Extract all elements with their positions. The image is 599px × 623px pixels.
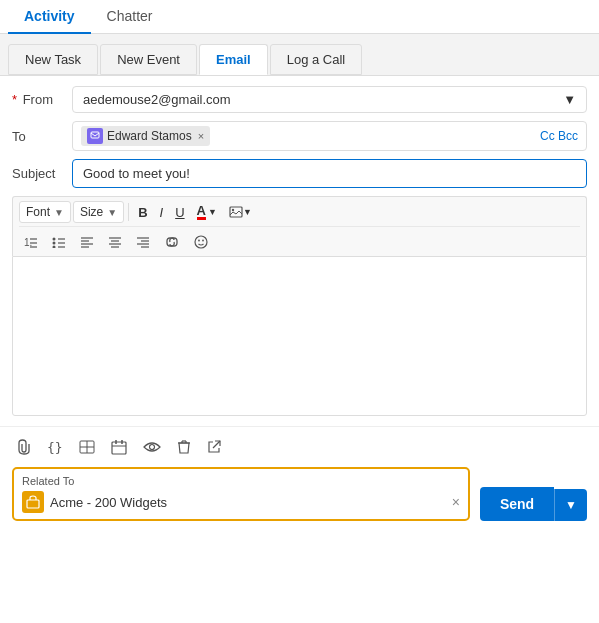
toolbar-row-1: Font ▼ Size ▼ B I U A ▼	[19, 201, 580, 227]
font-color-dropdown-arrow: ▼	[208, 207, 217, 217]
recipient-name: Edward Stamos	[107, 129, 192, 143]
from-label: * From	[12, 92, 72, 107]
from-field: aedemouse2@gmail.com ▼	[72, 86, 587, 113]
send-button[interactable]: Send	[480, 487, 554, 521]
svg-point-25	[195, 236, 207, 248]
subject-input[interactable]	[72, 159, 587, 188]
related-to-label: Related To	[22, 475, 460, 487]
related-to-icon	[22, 491, 44, 513]
brackets-icon: {}	[47, 440, 63, 454]
recipient-remove-btn[interactable]: ×	[198, 130, 204, 142]
top-tabs: Activity Chatter	[0, 0, 599, 34]
size-select-arrow: ▼	[107, 207, 117, 218]
attach-file-button[interactable]	[12, 435, 36, 459]
editor-body[interactable]	[12, 256, 587, 416]
svg-text:{}: {}	[47, 440, 63, 454]
font-color-button[interactable]: A ▼	[192, 201, 222, 223]
recipient-icon	[87, 128, 103, 144]
account-icon	[26, 495, 40, 509]
related-to-value: Acme - 200 Widgets	[50, 495, 444, 510]
from-row: * From aedemouse2@gmail.com ▼	[12, 86, 587, 113]
italic-button[interactable]: I	[155, 202, 169, 223]
tab-new-task[interactable]: New Task	[8, 44, 98, 75]
align-center-button[interactable]	[103, 233, 127, 251]
sub-tabs: New Task New Event Email Log a Call	[0, 34, 599, 76]
font-select-arrow: ▼	[54, 207, 64, 218]
svg-point-26	[198, 240, 200, 242]
email-form: * From aedemouse2@gmail.com ▼ To Edward …	[0, 76, 599, 426]
ordered-list-icon: 1.	[24, 236, 38, 248]
size-select-label: Size	[80, 205, 103, 219]
merge-icon	[79, 440, 95, 454]
image-button[interactable]: ▼	[224, 203, 257, 221]
font-select[interactable]: Font ▼	[19, 201, 71, 223]
related-to-container: Related To Acme - 200 Widgets ×	[12, 467, 470, 521]
subject-row: Subject	[12, 159, 587, 188]
template-button[interactable]: {}	[42, 436, 68, 458]
send-button-group: Send ▼	[480, 487, 587, 521]
size-select[interactable]: Size ▼	[73, 201, 124, 223]
unordered-list-icon	[52, 236, 66, 248]
required-indicator: *	[12, 92, 21, 107]
svg-point-2	[232, 209, 234, 211]
calendar-button[interactable]	[106, 435, 132, 459]
align-right-button[interactable]	[131, 233, 155, 251]
to-label: To	[12, 129, 72, 144]
trash-icon	[177, 439, 191, 455]
tab-log-call[interactable]: Log a Call	[270, 44, 363, 75]
calendar-icon	[111, 439, 127, 455]
svg-point-9	[53, 246, 56, 249]
align-left-button[interactable]	[75, 233, 99, 251]
align-right-icon	[136, 236, 150, 248]
send-dropdown-button[interactable]: ▼	[554, 489, 587, 521]
svg-point-27	[202, 240, 204, 242]
ordered-list-button[interactable]: 1.	[19, 233, 43, 251]
bottom-row: Related To Acme - 200 Widgets × Send ▼	[0, 467, 599, 533]
paperclip-icon	[17, 439, 31, 455]
external-link-icon	[207, 440, 221, 454]
external-link-button[interactable]	[202, 436, 226, 458]
subject-label: Subject	[12, 166, 72, 181]
bottom-actions: {}	[0, 426, 599, 467]
from-value: aedemouse2@gmail.com	[83, 92, 231, 107]
to-field[interactable]: Edward Stamos × Cc Bcc	[72, 121, 587, 151]
emoticon-button[interactable]	[189, 232, 213, 252]
svg-rect-32	[112, 442, 126, 454]
tab-chatter[interactable]: Chatter	[91, 0, 169, 34]
send-dropdown-arrow-icon: ▼	[565, 498, 577, 512]
svg-point-8	[53, 242, 56, 245]
related-to-input-row: Acme - 200 Widgets ×	[22, 491, 460, 513]
image-btn-arrow: ▼	[243, 207, 252, 217]
delete-button[interactable]	[172, 435, 196, 459]
tab-new-event[interactable]: New Event	[100, 44, 197, 75]
svg-point-36	[150, 445, 155, 450]
related-to-clear-btn[interactable]: ×	[452, 494, 460, 510]
toolbar-sep-1	[128, 203, 129, 221]
merge-fields-button[interactable]	[74, 436, 100, 458]
tab-email[interactable]: Email	[199, 44, 268, 75]
svg-line-41	[213, 441, 220, 448]
align-center-icon	[108, 236, 122, 248]
tab-activity[interactable]: Activity	[8, 0, 91, 34]
related-to-wrapper: Related To Acme - 200 Widgets ×	[12, 467, 470, 521]
dropdown-arrow-icon: ▼	[563, 92, 576, 107]
from-dropdown[interactable]: aedemouse2@gmail.com ▼	[72, 86, 587, 113]
font-select-label: Font	[26, 205, 50, 219]
emoticon-icon	[194, 235, 208, 249]
link-icon	[164, 236, 180, 248]
svg-rect-0	[91, 132, 99, 138]
bold-button[interactable]: B	[133, 202, 152, 223]
font-color-label: A	[197, 204, 206, 220]
cc-bcc-link[interactable]: Cc Bcc	[532, 129, 578, 143]
link-button[interactable]	[159, 233, 185, 251]
underline-button[interactable]: U	[170, 202, 189, 223]
eye-icon	[143, 441, 161, 453]
toolbar-row-2: 1.	[19, 229, 213, 252]
unordered-list-button[interactable]	[47, 233, 71, 251]
to-row: To Edward Stamos × Cc Bcc	[12, 121, 587, 151]
align-left-icon	[80, 236, 94, 248]
recipient-tag: Edward Stamos ×	[81, 126, 210, 146]
preview-button[interactable]	[138, 437, 166, 457]
svg-point-7	[53, 238, 56, 241]
svg-rect-42	[27, 500, 39, 508]
